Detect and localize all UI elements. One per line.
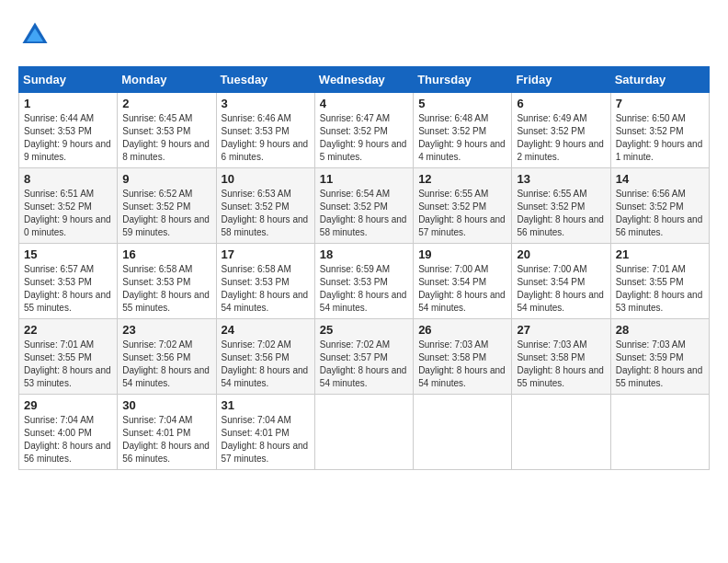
- day-number: 17: [222, 247, 310, 261]
- day-number: 20: [517, 247, 605, 261]
- day-number: 8: [24, 172, 112, 186]
- calendar-cell: 14Sunrise: 6:56 AM Sunset: 3:52 PM Dayli…: [610, 168, 709, 244]
- calendar-cell: 21Sunrise: 7:01 AM Sunset: 3:55 PM Dayli…: [610, 244, 709, 319]
- calendar-cell: 7Sunrise: 6:50 AM Sunset: 3:52 PM Daylig…: [610, 93, 709, 168]
- day-info: Sunrise: 6:53 AM Sunset: 3:52 PM Dayligh…: [222, 188, 310, 239]
- calendar-cell: [414, 395, 512, 470]
- day-number: 28: [616, 323, 704, 337]
- calendar-cell: 29Sunrise: 7:04 AM Sunset: 4:00 PM Dayli…: [19, 395, 118, 470]
- calendar-cell: 15Sunrise: 6:57 AM Sunset: 3:53 PM Dayli…: [19, 244, 118, 319]
- day-header-thursday: Thursday: [414, 67, 512, 93]
- day-number: 19: [418, 247, 506, 261]
- day-number: 16: [122, 247, 210, 261]
- day-number: 30: [122, 398, 210, 412]
- calendar-cell: 26Sunrise: 7:03 AM Sunset: 3:58 PM Dayli…: [414, 319, 512, 395]
- day-number: 21: [616, 247, 704, 261]
- calendar-cell: 22Sunrise: 7:01 AM Sunset: 3:55 PM Dayli…: [19, 319, 118, 395]
- calendar-cell: 1Sunrise: 6:44 AM Sunset: 3:53 PM Daylig…: [19, 93, 118, 168]
- calendar-cell: 27Sunrise: 7:03 AM Sunset: 3:58 PM Dayli…: [512, 319, 610, 395]
- calendar-week-row: 22Sunrise: 7:01 AM Sunset: 3:55 PM Dayli…: [19, 319, 710, 395]
- day-number: 14: [616, 172, 704, 186]
- day-info: Sunrise: 6:57 AM Sunset: 3:53 PM Dayligh…: [24, 263, 112, 315]
- day-number: 15: [24, 247, 112, 261]
- day-number: 31: [222, 398, 310, 412]
- calendar-cell: 23Sunrise: 7:02 AM Sunset: 3:56 PM Dayli…: [118, 319, 216, 395]
- calendar-cell: 17Sunrise: 6:58 AM Sunset: 3:53 PM Dayli…: [216, 244, 314, 319]
- calendar-cell: 11Sunrise: 6:54 AM Sunset: 3:52 PM Dayli…: [314, 168, 413, 244]
- calendar-cell: 20Sunrise: 7:00 AM Sunset: 3:54 PM Dayli…: [512, 244, 610, 319]
- calendar-cell: 28Sunrise: 7:03 AM Sunset: 3:59 PM Dayli…: [610, 319, 709, 395]
- day-number: 24: [222, 323, 310, 337]
- day-number: 13: [517, 172, 605, 186]
- calendar-cell: 18Sunrise: 6:59 AM Sunset: 3:53 PM Dayli…: [314, 244, 413, 319]
- day-header-tuesday: Tuesday: [216, 67, 314, 93]
- day-info: Sunrise: 7:03 AM Sunset: 3:58 PM Dayligh…: [418, 339, 506, 390]
- day-number: 3: [222, 97, 310, 110]
- calendar-header-row: SundayMondayTuesdayWednesdayThursdayFrid…: [19, 67, 710, 93]
- day-number: 4: [320, 97, 408, 110]
- day-number: 10: [222, 172, 310, 186]
- day-number: 7: [616, 97, 704, 110]
- day-number: 25: [320, 323, 408, 337]
- calendar-cell: [610, 395, 709, 470]
- calendar-cell: 10Sunrise: 6:53 AM Sunset: 3:52 PM Dayli…: [216, 168, 314, 244]
- calendar-cell: 16Sunrise: 6:58 AM Sunset: 3:53 PM Dayli…: [118, 244, 216, 319]
- day-info: Sunrise: 6:55 AM Sunset: 3:52 PM Dayligh…: [517, 188, 605, 239]
- logo-icon: [18, 18, 51, 52]
- calendar-week-row: 29Sunrise: 7:04 AM Sunset: 4:00 PM Dayli…: [19, 395, 710, 470]
- calendar-cell: 2Sunrise: 6:45 AM Sunset: 3:53 PM Daylig…: [118, 93, 216, 168]
- day-number: 22: [24, 323, 112, 337]
- day-number: 29: [24, 398, 112, 412]
- calendar-cell: 13Sunrise: 6:55 AM Sunset: 3:52 PM Dayli…: [512, 168, 610, 244]
- day-info: Sunrise: 6:46 AM Sunset: 3:53 PM Dayligh…: [222, 112, 310, 164]
- day-number: 12: [418, 172, 506, 186]
- calendar-cell: 12Sunrise: 6:55 AM Sunset: 3:52 PM Dayli…: [414, 168, 512, 244]
- calendar-cell: 4Sunrise: 6:47 AM Sunset: 3:52 PM Daylig…: [314, 93, 413, 168]
- day-info: Sunrise: 7:03 AM Sunset: 3:59 PM Dayligh…: [616, 339, 704, 390]
- day-number: 2: [122, 97, 210, 110]
- day-info: Sunrise: 6:50 AM Sunset: 3:52 PM Dayligh…: [616, 112, 704, 164]
- calendar-cell: 6Sunrise: 6:49 AM Sunset: 3:52 PM Daylig…: [512, 93, 610, 168]
- day-info: Sunrise: 6:54 AM Sunset: 3:52 PM Dayligh…: [320, 188, 408, 239]
- day-info: Sunrise: 6:51 AM Sunset: 3:52 PM Dayligh…: [24, 188, 112, 239]
- calendar-cell: 25Sunrise: 7:02 AM Sunset: 3:57 PM Dayli…: [314, 319, 413, 395]
- day-number: 23: [122, 323, 210, 337]
- day-info: Sunrise: 7:03 AM Sunset: 3:58 PM Dayligh…: [517, 339, 605, 390]
- day-info: Sunrise: 6:58 AM Sunset: 3:53 PM Dayligh…: [122, 263, 210, 315]
- day-info: Sunrise: 6:49 AM Sunset: 3:52 PM Dayligh…: [517, 112, 605, 164]
- day-header-wednesday: Wednesday: [314, 67, 413, 93]
- day-info: Sunrise: 6:44 AM Sunset: 3:53 PM Dayligh…: [24, 112, 112, 164]
- day-info: Sunrise: 6:47 AM Sunset: 3:52 PM Dayligh…: [320, 112, 408, 164]
- day-info: Sunrise: 7:01 AM Sunset: 3:55 PM Dayligh…: [24, 339, 112, 390]
- calendar-cell: 19Sunrise: 7:00 AM Sunset: 3:54 PM Dayli…: [414, 244, 512, 319]
- day-info: Sunrise: 7:04 AM Sunset: 4:01 PM Dayligh…: [122, 414, 210, 465]
- day-number: 27: [517, 323, 605, 337]
- day-number: 11: [320, 172, 408, 186]
- day-info: Sunrise: 7:00 AM Sunset: 3:54 PM Dayligh…: [517, 263, 605, 315]
- calendar-cell: [314, 395, 413, 470]
- day-info: Sunrise: 6:45 AM Sunset: 3:53 PM Dayligh…: [122, 112, 210, 164]
- calendar-week-row: 15Sunrise: 6:57 AM Sunset: 3:53 PM Dayli…: [19, 244, 710, 319]
- calendar-table: SundayMondayTuesdayWednesdayThursdayFrid…: [18, 66, 710, 470]
- day-number: 26: [418, 323, 506, 337]
- day-number: 5: [418, 97, 506, 110]
- day-number: 6: [517, 97, 605, 110]
- calendar-week-row: 8Sunrise: 6:51 AM Sunset: 3:52 PM Daylig…: [19, 168, 710, 244]
- day-info: Sunrise: 7:02 AM Sunset: 3:56 PM Dayligh…: [122, 339, 210, 390]
- calendar-cell: 30Sunrise: 7:04 AM Sunset: 4:01 PM Dayli…: [118, 395, 216, 470]
- day-info: Sunrise: 7:04 AM Sunset: 4:00 PM Dayligh…: [24, 414, 112, 465]
- page-header: [18, 18, 710, 52]
- day-header-saturday: Saturday: [610, 67, 709, 93]
- day-number: 9: [122, 172, 210, 186]
- logo: [18, 18, 55, 52]
- day-header-friday: Friday: [512, 67, 610, 93]
- day-info: Sunrise: 7:02 AM Sunset: 3:57 PM Dayligh…: [320, 339, 408, 390]
- day-info: Sunrise: 6:55 AM Sunset: 3:52 PM Dayligh…: [418, 188, 506, 239]
- day-info: Sunrise: 7:02 AM Sunset: 3:56 PM Dayligh…: [222, 339, 310, 390]
- day-info: Sunrise: 6:56 AM Sunset: 3:52 PM Dayligh…: [616, 188, 704, 239]
- day-header-sunday: Sunday: [19, 67, 118, 93]
- day-info: Sunrise: 7:01 AM Sunset: 3:55 PM Dayligh…: [616, 263, 704, 315]
- day-info: Sunrise: 6:48 AM Sunset: 3:52 PM Dayligh…: [418, 112, 506, 164]
- day-info: Sunrise: 6:58 AM Sunset: 3:53 PM Dayligh…: [222, 263, 310, 315]
- calendar-cell: 5Sunrise: 6:48 AM Sunset: 3:52 PM Daylig…: [414, 93, 512, 168]
